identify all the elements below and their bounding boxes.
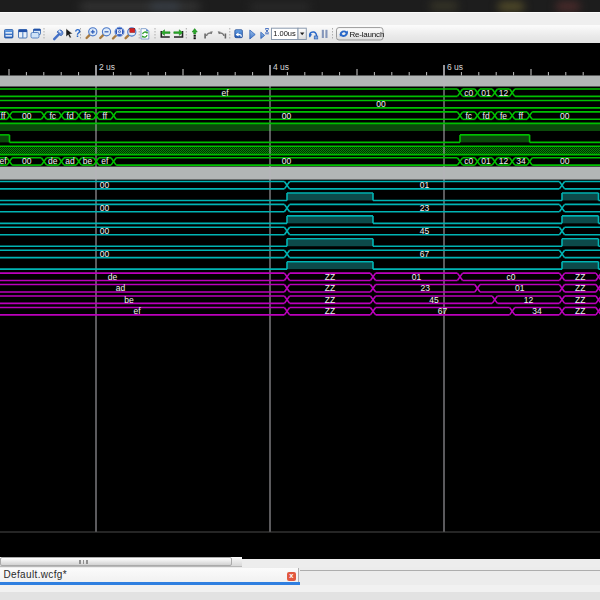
svg-text:fe: fe: [500, 111, 507, 121]
svg-text:01: 01: [420, 180, 430, 190]
svg-text:4 us: 4 us: [273, 62, 289, 72]
svg-text:01: 01: [515, 283, 525, 293]
svg-text:23: 23: [420, 203, 430, 213]
svg-text:fc: fc: [49, 111, 56, 121]
svg-text:ZZ: ZZ: [575, 306, 585, 316]
svg-text:00: 00: [100, 180, 110, 190]
svg-text:67: 67: [420, 249, 430, 259]
svg-text:45: 45: [429, 295, 439, 305]
svg-text:ad: ad: [116, 283, 126, 293]
svg-text:2 us: 2 us: [99, 62, 115, 72]
svg-text:ef: ef: [0, 156, 7, 166]
svg-text:45: 45: [420, 226, 430, 236]
svg-text:12: 12: [524, 295, 534, 305]
svg-text:ef: ef: [133, 306, 141, 316]
svg-text:ff: ff: [519, 111, 524, 121]
svg-text:00: 00: [560, 156, 570, 166]
svg-text:34: 34: [532, 306, 542, 316]
svg-text:ZZ: ZZ: [575, 295, 585, 305]
svg-text:ad: ad: [65, 156, 75, 166]
svg-text:ef: ef: [101, 156, 109, 166]
svg-text:Re-launch: Re-launch: [350, 30, 385, 39]
svg-text:01: 01: [481, 156, 491, 166]
svg-text:ZZ: ZZ: [325, 295, 335, 305]
svg-text:1.00us: 1.00us: [273, 29, 296, 38]
svg-text:ZZ: ZZ: [325, 283, 335, 293]
svg-text:00: 00: [100, 203, 110, 213]
svg-text:12: 12: [499, 88, 509, 98]
svg-text:01: 01: [481, 88, 491, 98]
svg-text:00: 00: [560, 111, 570, 121]
svg-text:c0: c0: [507, 272, 516, 282]
svg-text:00: 00: [282, 156, 292, 166]
svg-text:00: 00: [100, 249, 110, 259]
svg-text:c0: c0: [464, 88, 473, 98]
svg-text:c0: c0: [464, 156, 473, 166]
svg-text:00: 00: [22, 156, 32, 166]
svg-text:ff: ff: [1, 111, 6, 121]
svg-text:23: 23: [420, 283, 430, 293]
svg-text:ZZ: ZZ: [325, 306, 335, 316]
svg-text:00: 00: [22, 111, 32, 121]
svg-text:fe: fe: [84, 111, 91, 121]
svg-text:fd: fd: [67, 111, 74, 121]
svg-text:ZZ: ZZ: [325, 272, 335, 282]
svg-text:00: 00: [376, 99, 386, 109]
svg-text:ZZ: ZZ: [575, 272, 585, 282]
svg-text:de: de: [48, 156, 58, 166]
svg-text:fc: fc: [465, 111, 472, 121]
svg-text:ff: ff: [103, 111, 108, 121]
svg-text:34: 34: [516, 156, 526, 166]
svg-text:6 us: 6 us: [447, 62, 463, 72]
svg-text:de: de: [108, 272, 118, 282]
svg-text:fd: fd: [483, 111, 490, 121]
svg-text:be: be: [124, 295, 134, 305]
svg-text:00: 00: [100, 226, 110, 236]
svg-text:00: 00: [282, 111, 292, 121]
svg-text:ef: ef: [221, 88, 229, 98]
svg-text:ZZ: ZZ: [575, 283, 585, 293]
svg-text:be: be: [83, 156, 93, 166]
svg-text:12: 12: [499, 156, 509, 166]
svg-text:67: 67: [438, 306, 448, 316]
svg-text:?: ?: [75, 27, 81, 39]
svg-text:01: 01: [412, 272, 422, 282]
